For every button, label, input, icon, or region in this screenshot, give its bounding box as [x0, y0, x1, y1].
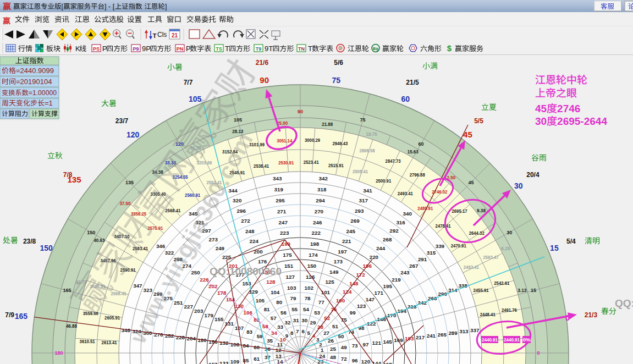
svg-text:292: 292: [389, 228, 399, 234]
svg-text:173: 173: [334, 258, 343, 264]
svg-text:251: 251: [174, 300, 183, 306]
svg-text:18.75: 18.75: [366, 131, 377, 137]
svg-text:243: 243: [400, 269, 410, 275]
svg-text:] - [: ] - [: [104, 3, 115, 10]
svg-text:8: 8: [290, 330, 294, 336]
svg-text:2491.76: 2491.76: [502, 307, 517, 313]
svg-text:23/8: 23/8: [23, 238, 36, 245]
svg-text:2542.61: 2542.61: [494, 280, 509, 286]
svg-text:149: 149: [329, 269, 339, 275]
svg-text:268: 268: [383, 236, 392, 242]
svg-text:45: 45: [468, 180, 474, 185]
svg-text:2593.47: 2593.47: [483, 254, 499, 260]
svg-text:34: 34: [271, 330, 277, 336]
svg-text:2644.32: 2644.32: [469, 230, 485, 236]
svg-text:157: 157: [208, 361, 218, 364]
svg-text:61: 61: [254, 356, 260, 362]
svg-text:248: 248: [245, 228, 255, 234]
svg-text:14: 14: [277, 359, 283, 364]
svg-text:6: 6: [301, 328, 305, 334]
svg-text:2508.41: 2508.41: [353, 168, 368, 174]
svg-text:197: 197: [338, 249, 347, 255]
svg-text:78: 78: [305, 295, 311, 301]
svg-text:57: 57: [271, 315, 277, 321]
svg-text:223: 223: [280, 230, 289, 236]
svg-text:150: 150: [87, 230, 95, 235]
svg-text:25: 25: [330, 346, 336, 352]
svg-text:15.63: 15.63: [408, 149, 419, 155]
svg-text:105: 105: [256, 297, 265, 304]
svg-text:48: 48: [330, 354, 336, 360]
svg-text:203: 203: [194, 308, 203, 314]
svg-text:2515.91: 2515.91: [328, 162, 344, 168]
svg-text:7: 7: [296, 328, 299, 334]
svg-text:295: 295: [276, 197, 285, 203]
svg-text:318: 318: [317, 186, 327, 192]
svg-text:21.88: 21.88: [322, 122, 333, 127]
svg-text:272: 272: [241, 218, 250, 224]
svg-text:176: 176: [258, 258, 267, 264]
svg-text:270: 270: [315, 208, 324, 214]
svg-text:QQ:10: QQ:10: [615, 297, 633, 309]
svg-text:150: 150: [40, 244, 53, 252]
svg-text:72: 72: [341, 356, 347, 362]
svg-text:2523.41: 2523.41: [304, 159, 319, 165]
svg-text:T: T: [153, 32, 157, 39]
svg-text:2949.43: 2949.43: [332, 140, 348, 146]
svg-text:121: 121: [372, 340, 382, 346]
svg-text:198: 198: [310, 241, 320, 247]
svg-text:29: 29: [310, 319, 316, 326]
svg-text:54: 54: [303, 306, 309, 312]
svg-text:150: 150: [307, 263, 317, 269]
svg-text:80: 80: [276, 299, 282, 305]
svg-text:P: P: [186, 45, 191, 53]
svg-text:316: 316: [396, 219, 405, 225]
svg-text:241: 241: [427, 333, 436, 339]
svg-text:7/8: 7/8: [63, 171, 73, 179]
svg-text:265: 265: [438, 332, 447, 338]
svg-text:109: 109: [230, 359, 240, 364]
svg-text:293: 293: [355, 208, 364, 214]
svg-text:35: 35: [267, 338, 273, 344]
svg-text:7/7: 7/7: [184, 79, 193, 86]
svg-text:346: 346: [156, 243, 166, 249]
svg-text:31: 31: [293, 317, 299, 323]
svg-text:=20190104: =20190104: [16, 78, 52, 86]
svg-text:2478.41: 2478.41: [436, 223, 451, 229]
svg-text:247: 247: [279, 219, 288, 225]
svg-text:2440.91: 2440.91: [504, 337, 520, 343]
svg-text:2746: 2746: [557, 103, 580, 114]
svg-text:T: T: [308, 45, 312, 53]
svg-text:60: 60: [418, 141, 423, 147]
svg-text:291: 291: [418, 256, 427, 262]
svg-text:33: 33: [277, 324, 283, 330]
svg-text:2695.17: 2695.17: [452, 208, 467, 214]
svg-text:221: 221: [342, 238, 351, 244]
svg-text:T9: T9: [256, 46, 262, 52]
svg-text:21/6: 21/6: [256, 59, 269, 67]
svg-text:2440.91: 2440.91: [482, 337, 498, 343]
svg-text:227: 227: [184, 304, 194, 310]
svg-text:30: 30: [535, 115, 547, 127]
svg-text:TS: TS: [216, 46, 222, 52]
svg-text:2605.91: 2605.91: [104, 315, 120, 321]
svg-text:226: 226: [200, 277, 209, 283]
svg-text:0: 0: [537, 350, 540, 356]
svg-text:2463.41: 2463.41: [464, 264, 479, 270]
svg-text:49: 49: [341, 344, 347, 350]
svg-text:40.63: 40.63: [93, 238, 104, 243]
svg-text:21/5: 21/5: [406, 79, 419, 86]
svg-text:2796.88: 2796.88: [410, 172, 425, 178]
svg-text:133: 133: [219, 360, 229, 364]
svg-text:T: T: [225, 45, 229, 53]
svg-text:103: 103: [287, 285, 296, 291]
svg-text:3: 3: [316, 337, 320, 343]
svg-text:2: 2: [319, 341, 322, 348]
svg-text:97: 97: [363, 341, 369, 348]
svg-text:317: 317: [359, 197, 368, 203]
svg-text:2455.91: 2455.91: [474, 287, 489, 293]
svg-text:267: 267: [409, 263, 419, 269]
svg-text:5/4: 5/4: [566, 238, 576, 245]
svg-text:3000.29: 3000.29: [305, 137, 320, 143]
svg-text:319: 319: [274, 186, 284, 192]
